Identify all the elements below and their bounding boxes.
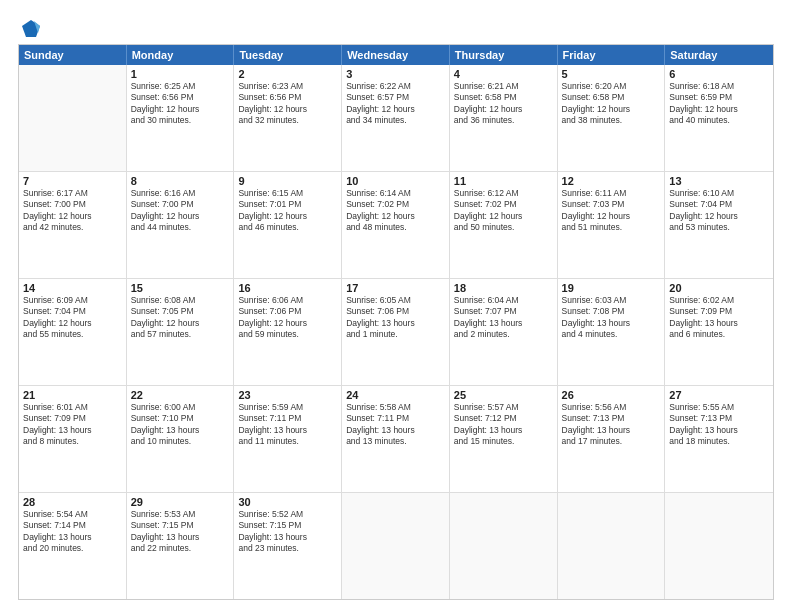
- calendar-week-4: 21Sunrise: 6:01 AM Sunset: 7:09 PM Dayli…: [19, 385, 773, 492]
- day-number: 12: [562, 175, 661, 187]
- calendar-cell: [342, 493, 450, 599]
- day-info: Sunrise: 6:21 AM Sunset: 6:58 PM Dayligh…: [454, 81, 553, 127]
- calendar-cell: 16Sunrise: 6:06 AM Sunset: 7:06 PM Dayli…: [234, 279, 342, 385]
- day-info: Sunrise: 5:56 AM Sunset: 7:13 PM Dayligh…: [562, 402, 661, 448]
- calendar-cell: 17Sunrise: 6:05 AM Sunset: 7:06 PM Dayli…: [342, 279, 450, 385]
- day-number: 30: [238, 496, 337, 508]
- day-info: Sunrise: 6:23 AM Sunset: 6:56 PM Dayligh…: [238, 81, 337, 127]
- day-info: Sunrise: 6:18 AM Sunset: 6:59 PM Dayligh…: [669, 81, 769, 127]
- day-info: Sunrise: 6:25 AM Sunset: 6:56 PM Dayligh…: [131, 81, 230, 127]
- calendar-header: Sunday Monday Tuesday Wednesday Thursday…: [19, 45, 773, 65]
- day-info: Sunrise: 6:11 AM Sunset: 7:03 PM Dayligh…: [562, 188, 661, 234]
- day-number: 19: [562, 282, 661, 294]
- day-info: Sunrise: 6:00 AM Sunset: 7:10 PM Dayligh…: [131, 402, 230, 448]
- calendar-cell: [665, 493, 773, 599]
- day-number: 6: [669, 68, 769, 80]
- day-info: Sunrise: 5:52 AM Sunset: 7:15 PM Dayligh…: [238, 509, 337, 555]
- calendar-cell: 6Sunrise: 6:18 AM Sunset: 6:59 PM Daylig…: [665, 65, 773, 171]
- day-number: 5: [562, 68, 661, 80]
- day-info: Sunrise: 6:08 AM Sunset: 7:05 PM Dayligh…: [131, 295, 230, 341]
- day-info: Sunrise: 5:55 AM Sunset: 7:13 PM Dayligh…: [669, 402, 769, 448]
- calendar-cell: 29Sunrise: 5:53 AM Sunset: 7:15 PM Dayli…: [127, 493, 235, 599]
- calendar-cell: [19, 65, 127, 171]
- logo-icon: [20, 18, 42, 40]
- calendar-cell: 15Sunrise: 6:08 AM Sunset: 7:05 PM Dayli…: [127, 279, 235, 385]
- day-info: Sunrise: 6:06 AM Sunset: 7:06 PM Dayligh…: [238, 295, 337, 341]
- day-number: 21: [23, 389, 122, 401]
- calendar-week-5: 28Sunrise: 5:54 AM Sunset: 7:14 PM Dayli…: [19, 492, 773, 599]
- day-number: 11: [454, 175, 553, 187]
- day-info: Sunrise: 6:16 AM Sunset: 7:00 PM Dayligh…: [131, 188, 230, 234]
- calendar-cell: 23Sunrise: 5:59 AM Sunset: 7:11 PM Dayli…: [234, 386, 342, 492]
- calendar-cell: 28Sunrise: 5:54 AM Sunset: 7:14 PM Dayli…: [19, 493, 127, 599]
- header-sunday: Sunday: [19, 45, 127, 65]
- calendar-cell: 10Sunrise: 6:14 AM Sunset: 7:02 PM Dayli…: [342, 172, 450, 278]
- day-number: 16: [238, 282, 337, 294]
- calendar-body: 1Sunrise: 6:25 AM Sunset: 6:56 PM Daylig…: [19, 65, 773, 599]
- calendar-cell: 18Sunrise: 6:04 AM Sunset: 7:07 PM Dayli…: [450, 279, 558, 385]
- day-number: 8: [131, 175, 230, 187]
- day-number: 25: [454, 389, 553, 401]
- logo: [18, 18, 42, 36]
- calendar-week-3: 14Sunrise: 6:09 AM Sunset: 7:04 PM Dayli…: [19, 278, 773, 385]
- header-wednesday: Wednesday: [342, 45, 450, 65]
- calendar-cell: 24Sunrise: 5:58 AM Sunset: 7:11 PM Dayli…: [342, 386, 450, 492]
- calendar-cell: [558, 493, 666, 599]
- day-number: 1: [131, 68, 230, 80]
- day-info: Sunrise: 5:59 AM Sunset: 7:11 PM Dayligh…: [238, 402, 337, 448]
- header-thursday: Thursday: [450, 45, 558, 65]
- calendar-cell: 7Sunrise: 6:17 AM Sunset: 7:00 PM Daylig…: [19, 172, 127, 278]
- calendar-cell: 13Sunrise: 6:10 AM Sunset: 7:04 PM Dayli…: [665, 172, 773, 278]
- header-saturday: Saturday: [665, 45, 773, 65]
- day-number: 13: [669, 175, 769, 187]
- day-info: Sunrise: 6:02 AM Sunset: 7:09 PM Dayligh…: [669, 295, 769, 341]
- page: Sunday Monday Tuesday Wednesday Thursday…: [0, 0, 792, 612]
- day-number: 20: [669, 282, 769, 294]
- calendar-cell: 25Sunrise: 5:57 AM Sunset: 7:12 PM Dayli…: [450, 386, 558, 492]
- day-info: Sunrise: 6:14 AM Sunset: 7:02 PM Dayligh…: [346, 188, 445, 234]
- day-number: 28: [23, 496, 122, 508]
- calendar-cell: 20Sunrise: 6:02 AM Sunset: 7:09 PM Dayli…: [665, 279, 773, 385]
- day-number: 26: [562, 389, 661, 401]
- calendar-cell: 22Sunrise: 6:00 AM Sunset: 7:10 PM Dayli…: [127, 386, 235, 492]
- calendar-cell: 14Sunrise: 6:09 AM Sunset: 7:04 PM Dayli…: [19, 279, 127, 385]
- day-info: Sunrise: 5:54 AM Sunset: 7:14 PM Dayligh…: [23, 509, 122, 555]
- header: [18, 18, 774, 36]
- calendar-cell: 11Sunrise: 6:12 AM Sunset: 7:02 PM Dayli…: [450, 172, 558, 278]
- header-tuesday: Tuesday: [234, 45, 342, 65]
- day-info: Sunrise: 6:05 AM Sunset: 7:06 PM Dayligh…: [346, 295, 445, 341]
- header-friday: Friday: [558, 45, 666, 65]
- calendar-cell: 4Sunrise: 6:21 AM Sunset: 6:58 PM Daylig…: [450, 65, 558, 171]
- calendar-cell: 12Sunrise: 6:11 AM Sunset: 7:03 PM Dayli…: [558, 172, 666, 278]
- day-number: 9: [238, 175, 337, 187]
- calendar-week-2: 7Sunrise: 6:17 AM Sunset: 7:00 PM Daylig…: [19, 171, 773, 278]
- calendar-cell: [450, 493, 558, 599]
- day-number: 27: [669, 389, 769, 401]
- day-info: Sunrise: 6:15 AM Sunset: 7:01 PM Dayligh…: [238, 188, 337, 234]
- day-info: Sunrise: 5:57 AM Sunset: 7:12 PM Dayligh…: [454, 402, 553, 448]
- calendar-cell: 2Sunrise: 6:23 AM Sunset: 6:56 PM Daylig…: [234, 65, 342, 171]
- calendar-week-1: 1Sunrise: 6:25 AM Sunset: 6:56 PM Daylig…: [19, 65, 773, 171]
- calendar-cell: 26Sunrise: 5:56 AM Sunset: 7:13 PM Dayli…: [558, 386, 666, 492]
- day-number: 4: [454, 68, 553, 80]
- day-number: 3: [346, 68, 445, 80]
- calendar: Sunday Monday Tuesday Wednesday Thursday…: [18, 44, 774, 600]
- calendar-cell: 9Sunrise: 6:15 AM Sunset: 7:01 PM Daylig…: [234, 172, 342, 278]
- calendar-cell: 8Sunrise: 6:16 AM Sunset: 7:00 PM Daylig…: [127, 172, 235, 278]
- day-number: 7: [23, 175, 122, 187]
- day-number: 29: [131, 496, 230, 508]
- calendar-cell: 21Sunrise: 6:01 AM Sunset: 7:09 PM Dayli…: [19, 386, 127, 492]
- day-info: Sunrise: 6:17 AM Sunset: 7:00 PM Dayligh…: [23, 188, 122, 234]
- day-info: Sunrise: 6:01 AM Sunset: 7:09 PM Dayligh…: [23, 402, 122, 448]
- day-number: 15: [131, 282, 230, 294]
- calendar-cell: 27Sunrise: 5:55 AM Sunset: 7:13 PM Dayli…: [665, 386, 773, 492]
- calendar-cell: 30Sunrise: 5:52 AM Sunset: 7:15 PM Dayli…: [234, 493, 342, 599]
- day-info: Sunrise: 5:53 AM Sunset: 7:15 PM Dayligh…: [131, 509, 230, 555]
- calendar-cell: 1Sunrise: 6:25 AM Sunset: 6:56 PM Daylig…: [127, 65, 235, 171]
- day-number: 17: [346, 282, 445, 294]
- day-number: 10: [346, 175, 445, 187]
- day-number: 24: [346, 389, 445, 401]
- day-info: Sunrise: 6:09 AM Sunset: 7:04 PM Dayligh…: [23, 295, 122, 341]
- day-number: 2: [238, 68, 337, 80]
- day-number: 22: [131, 389, 230, 401]
